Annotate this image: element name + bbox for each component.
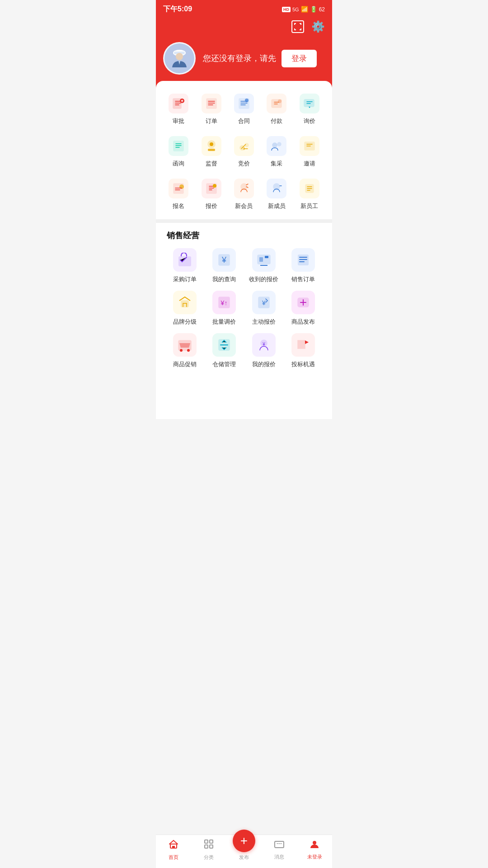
quick-label-报名: 报名 xyxy=(173,202,184,210)
sales-grid: 采购订单 ¥ 我的查询 收到的报价 销售订单 品牌分级 ¥↑ 批 xyxy=(165,248,323,368)
sales-label-批量调价: 批量调价 xyxy=(212,318,236,326)
quick-icon-新员工 xyxy=(300,179,319,198)
svg-rect-11 xyxy=(304,99,314,107)
quick-item-询价[interactable]: 询价 xyxy=(293,90,326,129)
quick-item-竞价[interactable]: 竞价 xyxy=(228,132,260,171)
quick-icon-订单 xyxy=(202,94,221,113)
quick-item-集采[interactable]: 集采 xyxy=(260,132,293,171)
sales-item-商品促销[interactable]: 商品促销 xyxy=(165,333,205,368)
quick-label-审批: 审批 xyxy=(173,117,184,125)
scan-icon[interactable] xyxy=(291,20,304,33)
sales-item-我的查询[interactable]: ¥ 我的查询 xyxy=(205,248,244,283)
quick-label-报价: 报价 xyxy=(206,202,217,210)
quick-icon-竞价 xyxy=(234,136,254,156)
quick-icon-邀请 xyxy=(300,136,319,156)
quick-icon-报价 xyxy=(202,179,221,198)
sales-label-商品促销: 商品促销 xyxy=(173,360,197,368)
quick-icon-审批 xyxy=(169,94,188,113)
svg-point-17 xyxy=(245,143,249,147)
quick-item-新成员[interactable]: 新成员 xyxy=(260,175,293,214)
svg-point-42 xyxy=(180,349,183,352)
svg-rect-33 xyxy=(265,256,268,258)
header: ⚙️ xyxy=(156,17,332,42)
quick-item-新员工[interactable]: 新员工 xyxy=(293,175,326,214)
quick-label-监督: 监督 xyxy=(206,160,217,168)
svg-rect-15 xyxy=(208,149,215,151)
svg-point-3 xyxy=(176,53,183,60)
quick-item-订单[interactable]: 订单 xyxy=(195,90,227,129)
battery-icon: 🔋 xyxy=(310,6,317,13)
sales-label-投标机遇: 投标机遇 xyxy=(291,360,315,368)
quick-item-报价[interactable]: 报价 xyxy=(195,175,227,214)
quick-item-报名[interactable]: 报名 xyxy=(162,175,195,214)
sales-icon-销售订单 xyxy=(291,248,315,272)
quick-label-询价: 询价 xyxy=(304,117,315,125)
status-time: 下午5:09 xyxy=(163,5,192,14)
quick-label-邀请: 邀请 xyxy=(304,160,315,168)
sales-item-收到的报价[interactable]: 收到的报价 xyxy=(244,248,284,283)
sales-item-商品发布[interactable]: 商品发布 xyxy=(284,291,324,326)
quick-item-付款[interactable]: 付款 xyxy=(260,90,293,129)
sales-icon-仓储管理 xyxy=(212,333,236,357)
svg-point-19 xyxy=(277,142,281,146)
quick-icon-新成员 xyxy=(267,179,286,198)
svg-point-14 xyxy=(210,142,213,146)
sales-icon-采购订单 xyxy=(173,248,197,272)
settings-icon[interactable]: ⚙️ xyxy=(311,20,325,33)
sales-label-我的报价: 我的报价 xyxy=(252,360,276,368)
sales-item-批量调价[interactable]: ¥↑ 批量调价 xyxy=(205,291,244,326)
quick-label-合同: 合同 xyxy=(238,117,250,125)
svg-rect-32 xyxy=(259,257,263,262)
sales-icon-商品促销 xyxy=(173,333,197,357)
svg-text:¥: ¥ xyxy=(262,342,265,347)
svg-point-18 xyxy=(272,143,277,147)
sales-label-品牌分级: 品牌分级 xyxy=(173,318,197,326)
quick-label-付款: 付款 xyxy=(271,117,282,125)
sales-label-采购订单: 采购订单 xyxy=(173,275,197,283)
quick-menu-grid: 审批 订单 合同 付款 询价 函询 xyxy=(160,90,328,214)
main-content: 审批 订单 合同 付款 询价 函询 xyxy=(156,81,332,419)
svg-text:¥↑: ¥↑ xyxy=(221,299,228,307)
sales-icon-批量调价: ¥↑ xyxy=(212,291,236,314)
sales-section-title: 销售经营 xyxy=(165,230,323,241)
quick-item-新会员[interactable]: 新会员 xyxy=(228,175,260,214)
svg-rect-28 xyxy=(178,256,191,266)
sales-item-我的报价[interactable]: ¥ 我的报价 xyxy=(244,333,284,368)
sales-item-投标机遇[interactable]: 投标机遇 xyxy=(284,333,324,368)
sales-icon-我的报价: ¥ xyxy=(252,333,276,357)
sales-label-收到的报价: 收到的报价 xyxy=(249,275,278,283)
signal-icon: 📶 xyxy=(301,6,308,13)
quick-item-函询[interactable]: 函询 xyxy=(162,132,195,171)
quick-label-竞价: 竞价 xyxy=(238,160,250,168)
quick-item-邀请[interactable]: 邀请 xyxy=(293,132,326,171)
sales-icon-主动报价: ¥ xyxy=(252,291,276,314)
quick-item-合同[interactable]: 合同 xyxy=(228,90,260,129)
sales-icon-我的查询: ¥ xyxy=(212,248,236,272)
sales-item-主动报价[interactable]: ¥ 主动报价 xyxy=(244,291,284,326)
quick-label-函询: 函询 xyxy=(173,160,184,168)
battery-level: 62 xyxy=(319,6,325,13)
svg-rect-12 xyxy=(174,141,183,151)
sales-section: 销售经营 采购订单 ¥ 我的查询 收到的报价 销售订单 品牌分 xyxy=(160,223,328,376)
sales-item-仓储管理[interactable]: 仓储管理 xyxy=(205,333,244,368)
quick-icon-新会员 xyxy=(234,179,254,198)
sales-item-采购订单[interactable]: 采购订单 xyxy=(165,248,205,283)
status-bar: 下午5:09 HD 5G 📶 🔋 62 xyxy=(156,0,332,17)
sales-icon-投标机遇 xyxy=(291,333,315,357)
avatar[interactable] xyxy=(163,42,196,75)
svg-rect-35 xyxy=(181,301,188,307)
sales-label-销售订单: 销售订单 xyxy=(291,275,315,283)
quick-item-审批[interactable]: 审批 xyxy=(162,90,195,129)
sales-item-品牌分级[interactable]: 品牌分级 xyxy=(165,291,205,326)
svg-rect-6 xyxy=(206,99,216,108)
no-login-text: 您还没有登录，请先 xyxy=(203,53,276,64)
quick-icon-报名 xyxy=(169,179,188,198)
login-button[interactable]: 登录 xyxy=(282,50,317,67)
sales-icon-品牌分级 xyxy=(173,291,197,314)
sales-item-销售订单[interactable]: 销售订单 xyxy=(284,248,324,283)
quick-icon-付款 xyxy=(267,94,286,113)
quick-item-监督[interactable]: 监督 xyxy=(195,132,227,171)
sales-icon-收到的报价 xyxy=(252,248,276,272)
quick-icon-询价 xyxy=(300,94,319,113)
section-separator xyxy=(156,219,332,223)
